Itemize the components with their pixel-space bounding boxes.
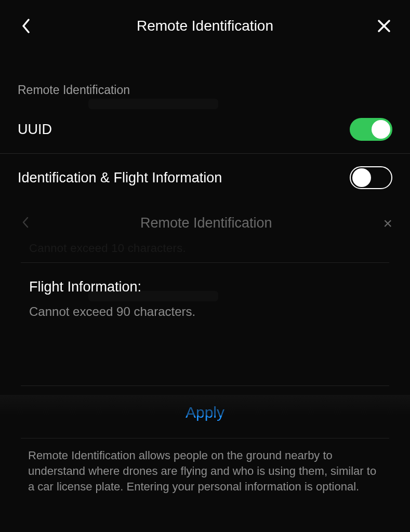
ghost-title: Remote Identification (29, 215, 383, 231)
uuid-toggle[interactable] (350, 118, 392, 141)
flight-info-hint: Cannot exceed 90 characters. (29, 301, 381, 319)
footer-description: Remote Identification allows people on t… (0, 438, 410, 495)
back-button[interactable] (16, 16, 36, 36)
ghost-header: Remote Identification × (0, 202, 410, 242)
ghost-close-icon: × (383, 216, 392, 231)
ghost-prev-hint: Cannot exceed 10 characters. (0, 242, 410, 257)
uuid-label: UUID (18, 122, 52, 138)
flight-info-label: Flight Information: (29, 278, 143, 296)
chevron-left-icon (21, 19, 31, 33)
uuid-row: UUID (0, 105, 410, 154)
close-icon (377, 19, 391, 33)
ghost-back-icon (22, 217, 29, 230)
close-button[interactable] (374, 16, 394, 36)
section-label: Remote Identification (0, 47, 410, 105)
toggle-knob (352, 168, 371, 187)
page-title: Remote Identification (36, 18, 374, 34)
identification-label: Identification & Flight Information (18, 170, 222, 186)
toggle-knob (372, 120, 390, 139)
identification-toggle[interactable] (350, 166, 392, 189)
identification-row: Identification & Flight Information (0, 154, 410, 202)
apply-button[interactable]: Apply (186, 404, 224, 421)
flight-info-field[interactable]: Flight Information: Cannot exceed 90 cha… (0, 263, 410, 328)
